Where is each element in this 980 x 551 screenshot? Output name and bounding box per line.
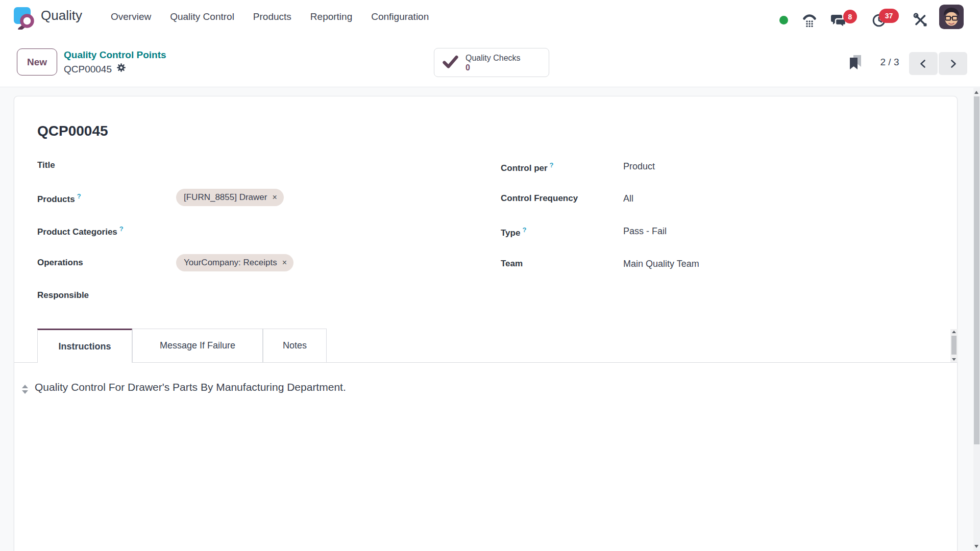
tab-area-scrollbar[interactable] <box>950 329 958 362</box>
messages-badge[interactable]: 8 <box>843 10 857 23</box>
main-menu: Overview Quality Control Products Report… <box>111 0 429 34</box>
activities-badge[interactable]: 37 <box>879 9 899 23</box>
tab-message-if-failure[interactable]: Message If Failure <box>132 329 263 362</box>
field-label-control-per: Control per? <box>501 161 554 173</box>
app-brand[interactable]: Quality <box>41 8 82 23</box>
pager-next-button[interactable] <box>939 52 967 75</box>
quality-checks-stat-button[interactable]: Quality Checks 0 <box>434 48 549 77</box>
field-label-product-categories: Product Categories? <box>37 225 124 237</box>
menu-reporting[interactable]: Reporting <box>310 11 352 22</box>
field-label-title: Title <box>37 160 55 170</box>
help-icon[interactable]: ? <box>550 161 554 169</box>
stat-button-count: 0 <box>465 63 521 72</box>
online-status-icon[interactable] <box>779 16 788 24</box>
field-label-responsible: Responsible <box>37 290 89 300</box>
user-avatar[interactable] <box>939 5 964 29</box>
phone-icon[interactable] <box>802 13 817 30</box>
field-label-team: Team <box>501 259 523 269</box>
drag-handle-icon[interactable] <box>21 385 29 394</box>
breadcrumb-current-record: QCP00045 <box>64 63 112 76</box>
field-label-products: Products? <box>37 192 81 205</box>
field-value-control-frequency[interactable]: All <box>623 193 633 204</box>
tab-instructions[interactable]: Instructions <box>37 329 132 363</box>
tabs-baseline <box>14 362 957 363</box>
tag-delete-icon[interactable]: × <box>282 259 287 267</box>
tools-icon[interactable] <box>913 13 927 29</box>
control-panel: New Quality Control Points QCP00045 <box>0 34 980 87</box>
settings-gear-icon[interactable] <box>116 63 126 76</box>
scroll-down-icon[interactable] <box>952 358 956 361</box>
form-sheet: QCP00045 Title Products? [FURN_8855] Dra… <box>14 96 958 551</box>
check-icon <box>443 55 458 70</box>
menu-configuration[interactable]: Configuration <box>371 11 429 22</box>
chevron-left-icon <box>919 59 928 68</box>
help-icon[interactable]: ? <box>119 225 124 233</box>
chevron-right-icon <box>948 59 958 68</box>
scroll-down-icon[interactable] <box>974 545 978 548</box>
field-value-type[interactable]: Pass - Fail <box>623 226 667 237</box>
scroll-up-icon[interactable] <box>952 331 956 333</box>
menu-products[interactable]: Products <box>253 11 291 22</box>
new-button[interactable]: New <box>17 48 57 76</box>
instructions-text[interactable]: Quality Control For Drawer's Parts By Ma… <box>35 381 346 393</box>
field-value-products[interactable]: [FURN_8855] Drawer × <box>176 189 284 206</box>
operation-tag: YourCompany: Receipts × <box>176 254 293 271</box>
page-scrollbar[interactable] <box>973 88 980 551</box>
breadcrumb-parent-link[interactable]: Quality Control Points <box>64 49 166 61</box>
field-label-operations: Operations <box>37 258 83 268</box>
field-input-product-categories[interactable] <box>176 222 390 238</box>
top-navbar: Quality Overview Quality Control Product… <box>0 0 980 34</box>
field-input-title[interactable] <box>176 158 390 173</box>
field-input-responsible[interactable] <box>176 288 390 303</box>
bookmark-icon[interactable] <box>849 54 862 70</box>
tab-notes[interactable]: Notes <box>263 329 327 362</box>
breadcrumb: Quality Control Points QCP00045 <box>64 49 166 76</box>
menu-quality-control[interactable]: Quality Control <box>170 11 234 22</box>
scrollbar-thumb[interactable] <box>974 96 979 444</box>
scrollbar-thumb[interactable] <box>951 336 957 355</box>
help-icon[interactable]: ? <box>522 226 526 234</box>
content-area: QCP00045 Title Products? [FURN_8855] Dra… <box>0 87 980 551</box>
stat-button-label: Quality Checks <box>465 53 521 63</box>
menu-overview[interactable]: Overview <box>111 11 151 22</box>
quality-app-icon[interactable] <box>13 6 37 30</box>
pager-position[interactable]: 2 / 3 <box>875 57 904 68</box>
field-value-team[interactable]: Main Quality Team <box>623 259 699 269</box>
product-tag: [FURN_8855] Drawer × <box>176 189 284 206</box>
record-title[interactable]: QCP00045 <box>37 123 108 139</box>
field-label-control-frequency: Control Frequency <box>501 193 578 204</box>
scroll-up-icon[interactable] <box>974 91 978 94</box>
help-icon[interactable]: ? <box>77 192 81 200</box>
field-label-type: Type? <box>501 226 526 238</box>
tag-delete-icon[interactable]: × <box>272 193 277 202</box>
field-value-control-per[interactable]: Product <box>623 161 655 172</box>
field-value-operations[interactable]: YourCompany: Receipts × <box>176 254 293 271</box>
pager-previous-button[interactable] <box>909 52 938 75</box>
